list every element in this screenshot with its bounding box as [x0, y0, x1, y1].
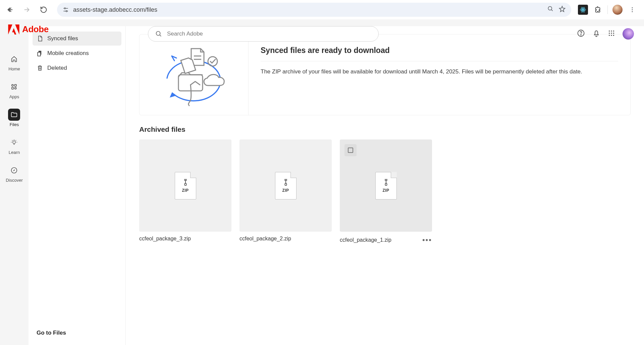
rail-item-discover[interactable]: Discover — [6, 164, 23, 183]
svg-line-38 — [12, 140, 13, 140]
svg-point-24 — [609, 33, 610, 34]
adobe-logo[interactable]: Adobe — [8, 24, 49, 35]
rail-item-home[interactable]: Home — [8, 53, 20, 71]
divider — [607, 5, 608, 14]
svg-rect-31 — [15, 84, 17, 87]
main-panel: Synced files Mobile creations Deleted Go… — [29, 26, 644, 345]
search-input[interactable] — [167, 31, 372, 37]
omnibox[interactable]: assets-stage.adobecc.com/files — [57, 3, 571, 17]
svg-rect-43 — [38, 52, 40, 56]
file-thumbnail[interactable]: ZIP — [340, 139, 432, 232]
svg-point-20 — [581, 35, 581, 35]
svg-rect-59 — [285, 183, 286, 185]
svg-point-28 — [611, 35, 612, 36]
compass-icon — [8, 164, 20, 176]
go-to-files-link[interactable]: Go to Files — [33, 326, 121, 340]
svg-point-17 — [156, 32, 160, 36]
svg-rect-55 — [184, 183, 186, 185]
svg-point-6 — [66, 10, 67, 12]
back-button[interactable] — [3, 3, 17, 16]
svg-point-21 — [609, 31, 610, 32]
zip-file-icon: ZIP — [175, 172, 196, 199]
file-thumbnail[interactable]: ZIP — [139, 139, 231, 232]
file-icon — [37, 35, 43, 42]
svg-point-27 — [609, 35, 610, 36]
main-content: Synced files are ready to download The Z… — [126, 26, 644, 345]
svg-point-51 — [208, 57, 217, 66]
svg-marker-47 — [170, 92, 176, 98]
zoom-icon[interactable] — [547, 5, 554, 14]
rail-label: Learn — [9, 150, 20, 155]
file-card[interactable]: ZIP ccfeol_package_2.zip — [239, 139, 332, 244]
file-name: ccfeol_package_1.zip — [340, 237, 391, 243]
lightbulb-icon — [8, 136, 20, 149]
user-avatar[interactable] — [623, 28, 634, 40]
svg-rect-32 — [12, 87, 14, 89]
sub-item-label: Deleted — [47, 65, 67, 71]
svg-line-8 — [551, 10, 553, 11]
svg-point-14 — [632, 7, 633, 8]
banner-title: Synced files are ready to download — [261, 46, 618, 55]
url-text: assets-stage.adobecc.com/files — [73, 6, 543, 13]
banner-illustration — [140, 35, 249, 115]
reload-button[interactable] — [37, 3, 50, 16]
svg-point-26 — [613, 33, 614, 34]
rail-item-files[interactable]: Files — [8, 109, 20, 127]
svg-point-23 — [613, 31, 614, 32]
sub-item-deleted[interactable]: Deleted — [33, 61, 121, 75]
trash-icon — [37, 65, 43, 71]
sub-item-label: Mobile creations — [47, 50, 89, 57]
search-icon — [155, 30, 162, 38]
chrome-profile-avatar[interactable] — [612, 5, 623, 15]
react-devtools-extension-icon[interactable] — [578, 5, 588, 15]
file-card[interactable]: ZIP ccfeol_package_3.zip — [139, 139, 231, 244]
section-title-archived: Archived files — [139, 125, 631, 133]
extension-area — [575, 5, 641, 15]
sub-item-mobile-creations[interactable]: Mobile creations — [33, 46, 121, 60]
rail-item-learn[interactable]: Learn — [8, 136, 20, 155]
svg-point-10 — [582, 9, 583, 10]
forward-button[interactable] — [20, 3, 34, 16]
chrome-menu-button[interactable] — [627, 5, 637, 15]
zip-file-icon: ZIP — [375, 172, 397, 199]
svg-point-5 — [64, 8, 66, 9]
notifications-bell-icon[interactable] — [592, 29, 600, 39]
extensions-puzzle-icon[interactable] — [593, 5, 603, 15]
file-name: ccfeol_package_3.zip — [139, 236, 191, 242]
select-checkbox[interactable] — [344, 144, 357, 156]
info-banner: Synced files are ready to download The Z… — [139, 34, 631, 115]
more-actions-button[interactable]: ••• — [422, 236, 432, 244]
rail-label: Discover — [6, 178, 23, 183]
mobile-creations-icon — [37, 50, 43, 57]
bookmark-star-icon[interactable] — [558, 5, 566, 14]
adobe-mark-icon — [8, 24, 19, 35]
zip-file-icon: ZIP — [275, 172, 297, 199]
folder-icon — [8, 109, 20, 121]
search-input-wrapper[interactable] — [148, 26, 379, 42]
banner-body: The ZIP archive of your files will be av… — [261, 67, 618, 76]
rail-label: Apps — [9, 94, 19, 99]
file-name: ccfeol_package_2.zip — [239, 236, 291, 242]
file-grid: ZIP ccfeol_package_3.zip ZIP — [139, 139, 631, 244]
svg-point-25 — [611, 33, 612, 34]
rail-label: Home — [8, 66, 20, 71]
svg-point-22 — [611, 31, 612, 32]
svg-point-29 — [613, 35, 614, 36]
svg-rect-63 — [385, 183, 387, 185]
svg-marker-9 — [559, 6, 565, 12]
sub-sidebar: Synced files Mobile creations Deleted Go… — [29, 26, 126, 345]
svg-point-30 — [12, 84, 13, 86]
help-icon[interactable] — [577, 29, 585, 39]
svg-point-7 — [548, 6, 552, 10]
file-card[interactable]: ZIP ccfeol_package_1.zip ••• — [340, 139, 432, 244]
apps-icon — [8, 81, 20, 93]
divider — [261, 61, 618, 61]
sub-item-label: Synced files — [47, 35, 78, 42]
svg-point-16 — [632, 11, 633, 12]
browser-chrome: assets-stage.adobecc.com/files — [0, 0, 644, 19]
app-switcher-grid-icon[interactable] — [608, 30, 615, 38]
site-settings-icon[interactable] — [62, 6, 69, 13]
rail-item-apps[interactable]: Apps — [8, 81, 20, 99]
left-nav-rail: Home Apps Files Learn — [0, 19, 29, 345]
file-thumbnail[interactable]: ZIP — [239, 139, 332, 232]
